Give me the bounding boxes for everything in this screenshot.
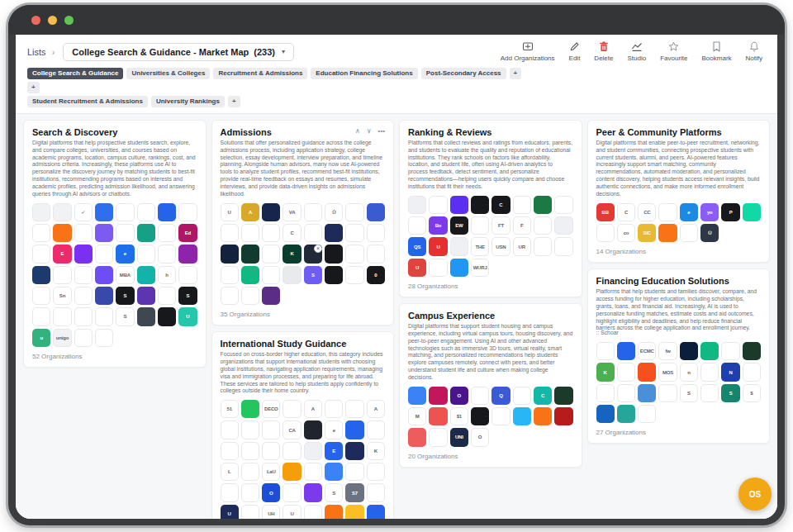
org-logo[interactable] <box>513 387 531 405</box>
org-logo[interactable] <box>158 245 176 263</box>
org-logo[interactable] <box>95 203 113 221</box>
org-logo[interactable]: E <box>53 245 71 263</box>
org-logo[interactable] <box>700 363 719 381</box>
edit-button[interactable]: Edit <box>569 41 581 62</box>
org-logo[interactable]: co <box>617 224 635 242</box>
org-logo[interactable] <box>345 400 363 418</box>
org-logo[interactable] <box>596 342 615 360</box>
org-logo[interactable] <box>345 420 363 439</box>
org-logo[interactable] <box>178 203 197 221</box>
org-logo[interactable]: S7 <box>345 483 363 501</box>
org-logo[interactable] <box>450 237 468 255</box>
org-logo[interactable] <box>700 384 719 402</box>
org-logo[interactable]: L <box>221 463 239 481</box>
org-logo[interactable]: FT <box>491 216 510 235</box>
org-logo[interactable]: S <box>325 483 343 501</box>
org-logo[interactable]: M <box>408 407 426 425</box>
org-logo[interactable] <box>534 216 552 235</box>
org-logo[interactable] <box>367 505 385 519</box>
org-logo[interactable] <box>74 307 93 325</box>
org-logo[interactable] <box>345 203 363 221</box>
org-logo[interactable]: ✓ <box>74 203 93 221</box>
org-logo[interactable] <box>32 287 50 305</box>
org-logo[interactable] <box>325 463 343 481</box>
org-logo[interactable] <box>241 483 259 501</box>
notify-button[interactable]: Notify <box>746 41 762 62</box>
org-logo[interactable]: UH <box>262 505 280 519</box>
org-logo[interactable] <box>513 196 531 214</box>
org-logo[interactable] <box>325 400 343 418</box>
org-logo[interactable]: C <box>534 387 552 405</box>
org-logo[interactable] <box>429 196 447 214</box>
org-logo[interactable] <box>241 442 259 460</box>
studio-button[interactable]: Studio <box>627 41 646 62</box>
org-logo[interactable] <box>137 203 155 221</box>
org-logo[interactable]: O <box>262 483 280 501</box>
org-logo[interactable] <box>491 407 510 425</box>
org-logo[interactable] <box>554 387 572 405</box>
add-tag-button[interactable]: + <box>27 82 40 93</box>
org-logo[interactable]: e <box>116 245 134 263</box>
org-logo[interactable]: C <box>491 196 510 214</box>
org-logo[interactable]: DECO <box>262 400 280 418</box>
bookmark-button[interactable]: Bookmark <box>702 41 732 62</box>
org-logo[interactable] <box>178 245 197 263</box>
assistant-fab-button[interactable]: OS <box>738 477 772 511</box>
org-logo[interactable]: O <box>450 387 468 405</box>
org-logo[interactable] <box>513 407 531 425</box>
org-logo[interactable]: LaU <box>262 463 280 481</box>
org-logo[interactable]: U <box>221 505 239 519</box>
org-logo[interactable] <box>367 245 385 263</box>
org-logo[interactable]: A <box>241 203 259 221</box>
org-logo[interactable] <box>534 196 552 214</box>
org-logo[interactable] <box>137 224 155 242</box>
traffic-light-zoom[interactable] <box>64 16 74 25</box>
org-logo[interactable]: n <box>680 363 698 381</box>
org-logo[interactable] <box>32 245 50 263</box>
org-logo[interactable] <box>429 428 447 446</box>
add-tag-button[interactable]: + <box>510 68 522 79</box>
org-logo[interactable]: WURJ <box>471 259 489 277</box>
org-logo[interactable]: ECMC <box>638 342 656 360</box>
org-logo[interactable]: USN <box>491 237 510 255</box>
org-logo[interactable]: K <box>283 245 301 263</box>
org-logo[interactable] <box>617 342 635 360</box>
org-logo[interactable] <box>429 259 447 277</box>
org-logo[interactable] <box>534 407 552 425</box>
org-logo[interactable]: S <box>178 287 197 305</box>
org-logo[interactable] <box>638 405 656 423</box>
org-logo[interactable] <box>53 203 71 221</box>
org-logo[interactable]: QS <box>408 237 426 255</box>
org-logo[interactable] <box>596 384 615 402</box>
org-logo[interactable]: e <box>325 420 343 439</box>
org-logo[interactable] <box>74 266 93 284</box>
org-logo[interactable]: S <box>721 384 739 402</box>
org-logo[interactable]: S <box>680 384 698 402</box>
org-logo[interactable]: C <box>617 203 635 221</box>
org-logo[interactable] <box>367 224 385 242</box>
org-logo[interactable] <box>408 428 426 446</box>
org-logo[interactable]: 51 <box>221 400 239 418</box>
org-logo[interactable]: K <box>596 363 615 381</box>
org-logo[interactable]: N <box>721 363 739 381</box>
org-logo[interactable] <box>95 266 113 284</box>
org-logo[interactable] <box>367 463 385 481</box>
org-logo[interactable]: F <box>513 216 531 235</box>
tag-university-rankings[interactable]: University Rankings <box>151 96 225 107</box>
traffic-light-minimize[interactable] <box>48 16 57 25</box>
org-logo[interactable] <box>408 216 426 235</box>
org-logo[interactable] <box>241 224 259 242</box>
org-logo[interactable] <box>95 307 113 325</box>
org-logo[interactable]: CA <box>283 420 301 439</box>
org-logo[interactable] <box>262 203 280 221</box>
list-title-dropdown[interactable]: College Search & Guidance - Market Map (… <box>63 43 294 61</box>
org-logo[interactable] <box>743 363 761 381</box>
org-logo[interactable] <box>32 203 50 221</box>
tag-post-secondary-access[interactable]: Post-Secondary Access <box>421 68 506 79</box>
org-logo[interactable]: yo <box>700 203 719 221</box>
breadcrumb-lists-link[interactable]: Lists <box>27 47 46 57</box>
org-logo[interactable] <box>638 384 656 402</box>
traffic-light-close[interactable] <box>31 16 40 25</box>
org-logo[interactable] <box>743 342 761 360</box>
org-logo[interactable]: BB <box>596 203 615 221</box>
